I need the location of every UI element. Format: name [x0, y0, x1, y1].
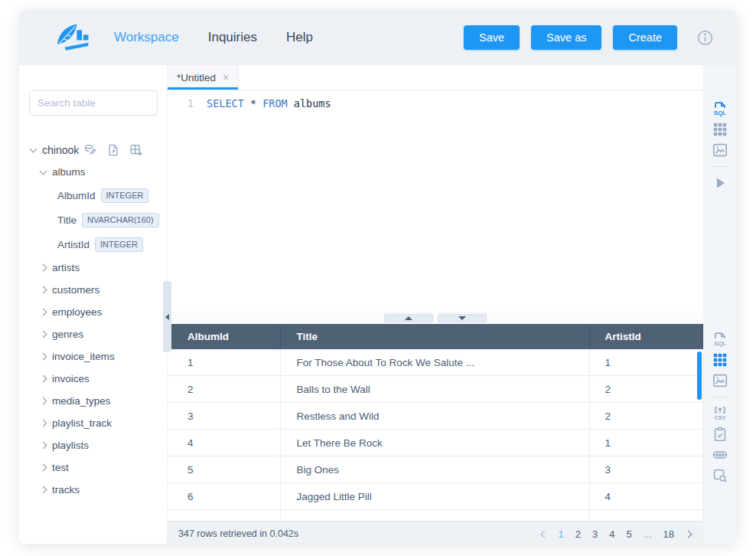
schema-tree: chinook: [19, 139, 167, 501]
rail-divider: [712, 397, 728, 397]
header-title[interactable]: Title: [281, 324, 589, 349]
run-query-icon[interactable]: [712, 175, 728, 191]
results-table-header: AlbumId Title ArtistId: [168, 324, 703, 349]
database-name: chinook: [42, 144, 79, 156]
table-row[interactable]: 3 Restless and Wild 2: [168, 403, 703, 430]
chevron-right-icon: [40, 486, 47, 494]
page-2[interactable]: 2: [575, 528, 581, 540]
tree-table-albums[interactable]: albums: [19, 161, 167, 183]
table-full-view-icon[interactable]: [712, 446, 728, 463]
tree-table-artists[interactable]: artists: [19, 257, 167, 279]
pagination-prev-icon[interactable]: [540, 530, 548, 538]
sql-text: *: [244, 97, 262, 110]
tree-table-playlist-track[interactable]: playlist_track: [19, 412, 167, 434]
app-logo-icon[interactable]: [56, 22, 91, 53]
collapse-left-icon: [165, 314, 169, 320]
editor-results-splitter[interactable]: [168, 312, 703, 324]
page-1[interactable]: 1: [559, 528, 564, 540]
tree-column-title[interactable]: Title NVARCHAR(160): [19, 208, 167, 232]
rail-divider: [712, 166, 728, 167]
column-type-badge: NVARCHAR(160): [82, 213, 159, 227]
save-as-button[interactable]: Save as: [531, 25, 601, 50]
menu-workspace[interactable]: Workspace: [114, 30, 179, 45]
chevron-right-icon: [40, 442, 47, 450]
tree-table-test[interactable]: test: [19, 456, 167, 479]
sql-keyword: SELECT: [207, 97, 244, 110]
editor-table-view-icon[interactable]: [712, 121, 728, 138]
pagination-next-icon[interactable]: [685, 530, 692, 538]
tab-close-icon[interactable]: ×: [223, 71, 229, 83]
database-actions: [83, 143, 143, 157]
page-5[interactable]: 5: [626, 528, 631, 540]
file-import-icon[interactable]: [106, 143, 120, 157]
info-icon[interactable]: [696, 29, 714, 47]
create-button[interactable]: Create: [613, 25, 677, 50]
search-results-icon[interactable]: [712, 467, 728, 484]
export-csv-icon[interactable]: CSV: [712, 405, 728, 422]
tree-table-playlists[interactable]: playlists: [19, 434, 167, 456]
save-button[interactable]: Save: [464, 25, 520, 50]
copy-clipboard-icon[interactable]: [712, 426, 728, 443]
splitter-up-button[interactable]: [384, 314, 433, 322]
results-sql-view-icon[interactable]: SQL: [712, 331, 728, 348]
tree-database-chinook[interactable]: chinook: [19, 139, 167, 161]
center-panel: *Untitled × 1 SELECT * FROM albums Album…: [168, 65, 703, 544]
tree-table-genres[interactable]: genres: [19, 323, 167, 345]
page-4[interactable]: 4: [609, 528, 614, 540]
chevron-right-icon: [40, 353, 47, 361]
chevron-down-icon: [30, 145, 37, 152]
tree-table-customers[interactable]: customers: [19, 279, 167, 301]
tree-column-albumid[interactable]: AlbumId INTEGER: [19, 183, 167, 208]
sidebar-collapse-handle[interactable]: [163, 281, 171, 352]
table-row-partial: [168, 510, 703, 521]
table-row[interactable]: 2 Balls to the Wall 2: [168, 376, 703, 403]
editor-sql-view-icon[interactable]: SQL: [712, 100, 728, 117]
results-table-view-icon[interactable]: [712, 352, 728, 368]
tab-label: *Untitled: [177, 72, 216, 83]
tab-untitled[interactable]: *Untitled ×: [168, 65, 239, 90]
page-3[interactable]: 3: [592, 528, 598, 540]
tree-table-media-types[interactable]: media_types: [19, 390, 167, 412]
column-name: AlbumId: [57, 190, 96, 201]
header-artistid[interactable]: ArtistId: [590, 324, 703, 349]
header-albumid[interactable]: AlbumId: [168, 324, 281, 349]
tree-table-invoice-items[interactable]: invoice_items: [19, 345, 167, 368]
splitter-down-button[interactable]: [438, 314, 487, 322]
table-row[interactable]: 1 For Those About To Rock We Salute ... …: [168, 349, 703, 376]
database-edit-icon[interactable]: [83, 143, 97, 157]
app-window: Workspace Inquiries Help Save Save as Cr…: [19, 10, 737, 544]
results-table-body: 1 For Those About To Rock We Salute ... …: [168, 349, 703, 521]
editor-chart-view-icon[interactable]: [712, 142, 728, 159]
sql-editor[interactable]: 1 SELECT * FROM albums: [168, 90, 703, 312]
menu-inquiries[interactable]: Inquiries: [208, 30, 257, 45]
column-name: Title: [57, 214, 77, 226]
sql-text: albums: [288, 97, 331, 110]
search-table-input[interactable]: [29, 90, 158, 116]
page-ellipsis: ...: [644, 528, 652, 540]
tree-table-invoices[interactable]: invoices: [19, 368, 167, 390]
main-area: chinook: [19, 65, 737, 544]
arrow-down-icon: [458, 316, 466, 320]
page-18[interactable]: 18: [663, 528, 674, 540]
column-type-badge: INTEGER: [95, 237, 143, 252]
chevron-right-icon: [40, 286, 47, 294]
table-row[interactable]: 6 Jagged Little Pill 4: [168, 483, 703, 510]
arrow-up-icon: [405, 316, 412, 320]
results-scrollbar[interactable]: [697, 352, 702, 400]
main-menu: Workspace Inquiries Help: [114, 30, 313, 45]
line-number: 1: [187, 97, 194, 110]
tree-table-employees[interactable]: employees: [19, 301, 167, 323]
table-row[interactable]: 5 Big Ones 3: [168, 456, 703, 483]
chevron-right-icon: [40, 309, 47, 316]
table-row[interactable]: 4 Let There Be Rock 1: [168, 430, 703, 456]
svg-text:CSV: CSV: [715, 415, 726, 420]
results-statusbar: 347 rows retrieved in 0.042s 1 2 3 4 5 .…: [168, 521, 703, 544]
tree-column-artistid[interactable]: ArtistId INTEGER: [19, 232, 167, 257]
results-chart-view-icon[interactable]: [712, 372, 728, 389]
table-add-icon[interactable]: [129, 143, 143, 157]
menu-help[interactable]: Help: [286, 30, 313, 45]
pagination: 1 2 3 4 5 ... 18: [542, 528, 691, 540]
tree-table-tracks[interactable]: tracks: [19, 479, 167, 501]
schema-sidebar: chinook: [19, 65, 168, 544]
editor-rail-group: SQL: [703, 100, 737, 191]
